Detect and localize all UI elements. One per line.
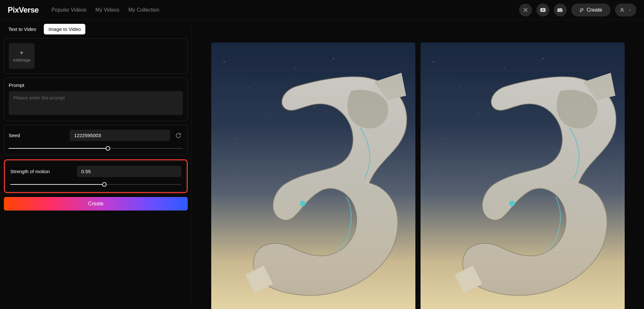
motion-slider[interactable] bbox=[10, 182, 181, 187]
preview-image-2[interactable] bbox=[421, 42, 625, 309]
nav-my-collection[interactable]: My Collection bbox=[128, 7, 159, 13]
svg-point-1 bbox=[559, 9, 560, 10]
preview-image-1[interactable] bbox=[211, 42, 415, 309]
seed-input[interactable] bbox=[70, 130, 170, 141]
nav-links: Popular Videos My Videos My Collection bbox=[52, 7, 159, 13]
svg-point-5 bbox=[509, 201, 515, 206]
add-image-panel: + AddImage bbox=[4, 38, 188, 74]
youtube-icon[interactable] bbox=[536, 4, 549, 16]
user-icon bbox=[620, 7, 625, 13]
prompt-label: Prompt bbox=[9, 82, 183, 88]
motion-highlight: Strength of motion bbox=[4, 159, 188, 193]
mode-tabs: Text to Video Image to Video bbox=[4, 24, 188, 34]
svg-point-3 bbox=[621, 8, 623, 10]
logo: PixVerse bbox=[8, 5, 39, 14]
svg-point-4 bbox=[300, 201, 306, 206]
user-menu[interactable] bbox=[615, 4, 636, 16]
wand-icon bbox=[580, 8, 584, 12]
svg-point-2 bbox=[561, 9, 561, 10]
x-twitter-icon[interactable] bbox=[519, 4, 532, 16]
dragon-illustration bbox=[232, 64, 415, 309]
plus-icon: + bbox=[20, 50, 24, 56]
tab-image-to-video[interactable]: Image to Video bbox=[44, 24, 85, 34]
settings-sidebar: Text to Video Image to Video + AddImage … bbox=[0, 20, 192, 309]
prompt-panel: Prompt bbox=[4, 78, 188, 121]
motion-label: Strength of motion bbox=[10, 169, 50, 174]
reload-icon bbox=[175, 133, 181, 138]
tab-text-to-video[interactable]: Text to Video bbox=[4, 24, 41, 34]
create-button[interactable]: Create bbox=[4, 197, 188, 211]
chevron-down-icon bbox=[628, 8, 632, 12]
header-right: Create bbox=[519, 4, 636, 16]
discord-icon[interactable] bbox=[554, 4, 567, 16]
seed-panel: Seed bbox=[4, 125, 188, 155]
nav-my-videos[interactable]: My Videos bbox=[95, 7, 119, 13]
motion-panel: Strength of motion bbox=[5, 161, 186, 192]
dragon-illustration bbox=[441, 64, 625, 309]
seed-slider[interactable] bbox=[9, 146, 183, 151]
header-create-button[interactable]: Create bbox=[571, 4, 611, 16]
prompt-input[interactable] bbox=[9, 91, 183, 115]
seed-label: Seed bbox=[9, 133, 20, 138]
add-image-button[interactable]: + AddImage bbox=[9, 43, 34, 69]
main-area: Text to Video Image to Video + AddImage … bbox=[0, 20, 644, 309]
seed-reload-button[interactable] bbox=[174, 131, 183, 140]
add-image-label: AddImage bbox=[13, 58, 31, 62]
header-create-label: Create bbox=[587, 7, 602, 13]
preview-area bbox=[192, 20, 644, 309]
motion-input[interactable] bbox=[77, 166, 181, 177]
nav-popular-videos[interactable]: Popular Videos bbox=[52, 7, 86, 13]
app-header: PixVerse Popular Videos My Videos My Col… bbox=[0, 0, 644, 20]
